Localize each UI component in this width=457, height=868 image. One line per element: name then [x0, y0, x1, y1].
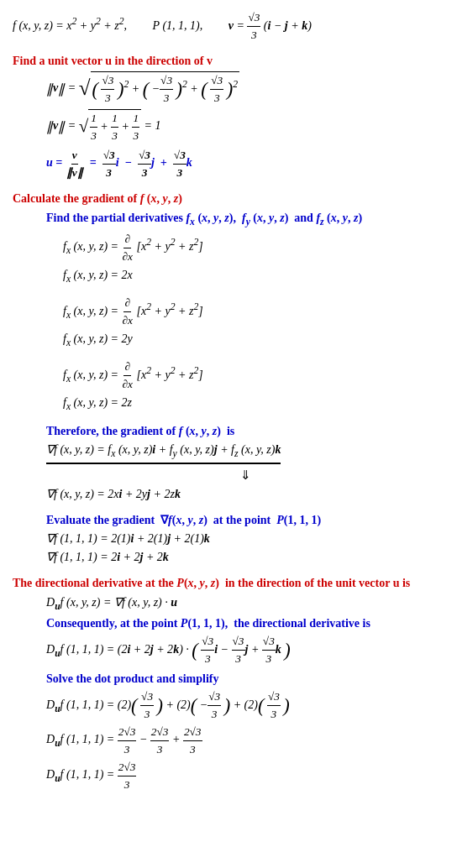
partial-y-result: fx (x, y, z) = 2y	[13, 330, 444, 350]
point-definition: P (1, 1, 1),	[144, 17, 202, 34]
partial-y-def: fx (x, y, z) = ∂∂x [x2 + y2 + z2]	[13, 295, 444, 329]
partial-x-result: fx (x, y, z) = 2x	[13, 266, 444, 286]
solve-dot-product-label: Solve the dot product and simplify	[13, 670, 444, 688]
section4-header: The directional derivative at the P(x, y…	[13, 574, 444, 592]
f-definition: f (x, y, z) = x2 + y2 + z2,	[13, 14, 127, 34]
section2-subheader: Find the partial derivatives fx (x, y, z…	[13, 209, 444, 229]
therefore-label: Therefore, the gradient of f (x, y, z) i…	[13, 422, 444, 440]
directional-derivative-formula: Duf (x, y, z) = ∇f (x, y, z) · u	[13, 593, 444, 614]
directional-deriv-simplified: Duf (1, 1, 1) = 2√33 − 2√33 + 2√33	[13, 724, 444, 758]
partial-z-def: fx (x, y, z) = ∂∂x [x2 + y2 + z2]	[13, 358, 444, 393]
unit-vector-u: u = v‖v‖ = √33i − √33j + √33k	[13, 147, 444, 181]
norm-v-simplified: ‖v‖ = √ 13 + 13 + 13 = 1	[13, 109, 444, 144]
partial-x-def: fx (x, y, z) = ∂∂x [x2 + y2 + z2]	[13, 231, 444, 265]
vector-v-definition: v = √33 (i − j + k)	[219, 9, 312, 44]
section2-header: Calculate the gradient of f (x, y, z)	[13, 190, 444, 207]
consequently-label: Consequently, at the point P(1, 1, 1), t…	[13, 614, 444, 632]
gradient-at-point-result: ∇f (1, 1, 1) = 2i + 2j + 2k	[13, 548, 444, 566]
gradient-definition: ∇f (x, y, z) = fx (x, y, z)i + fy (x, y,…	[13, 441, 444, 463]
directional-deriv-final: Duf (1, 1, 1) = 2√33	[13, 759, 444, 793]
math-content: f (x, y, z) = x2 + y2 + z2, P (1, 1, 1),…	[13, 9, 444, 793]
section1-header: Find a unit vector u in the direction of…	[13, 52, 444, 70]
norm-v-full: ‖v‖ = √ ( √33 )2 + ( −√33 )2 + ( √33 )2	[13, 71, 444, 107]
gradient-result: ∇f (x, y, z) = 2xi + 2yj + 2zk	[13, 485, 444, 503]
top-definition-line: f (x, y, z) = x2 + y2 + z2, P (1, 1, 1),…	[13, 9, 444, 44]
section3-header: Evaluate the gradient ∇f(x, y, z) at the…	[13, 511, 444, 529]
partial-z-result: fx (x, y, z) = 2z	[13, 394, 444, 414]
down-arrow: ⇓	[13, 465, 444, 484]
gradient-at-point-step1: ∇f (1, 1, 1) = 2(1)i + 2(1)j + 2(1)k	[13, 530, 444, 547]
directional-deriv-expanded: Duf (1, 1, 1) = (2)( √33 ) + (2)( −√33 )…	[13, 688, 444, 723]
directional-deriv-dot-product: Duf (1, 1, 1) = (2i + 2j + 2k) · ( √33i …	[13, 633, 444, 667]
